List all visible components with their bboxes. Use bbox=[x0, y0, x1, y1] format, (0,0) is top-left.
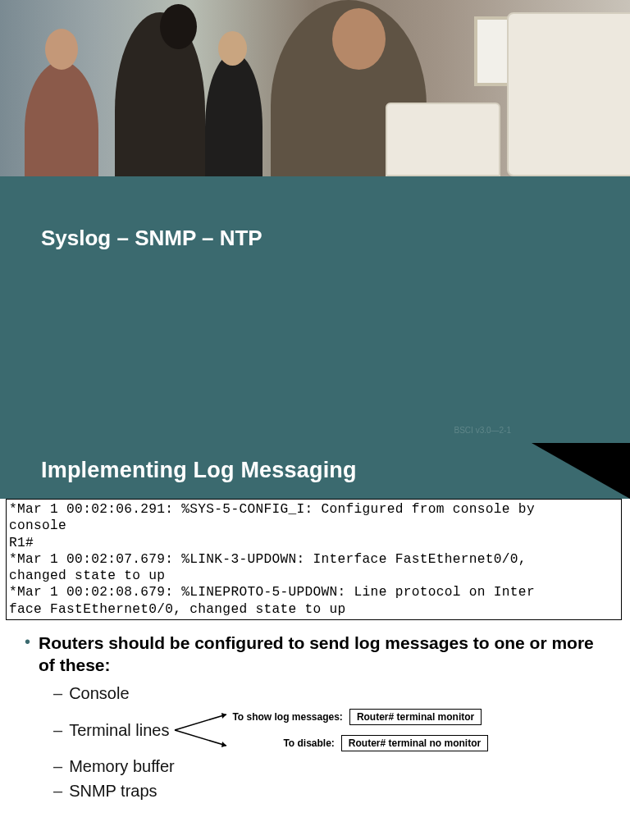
list-item-label: SNMP traps bbox=[69, 782, 157, 801]
slide-footer: BSCI v3.0—2-1 bbox=[454, 426, 511, 435]
command-label: To show log messages: bbox=[232, 711, 342, 723]
hero-person bbox=[205, 53, 262, 176]
main-bullet-text: Routers should be configured to send log… bbox=[39, 632, 605, 677]
list-item-terminal: – Terminal lines To show log messages: R… bbox=[53, 709, 605, 751]
corner-triangle bbox=[532, 443, 630, 499]
hero-person bbox=[25, 62, 98, 176]
title-band: Syslog – SNMP – NTP BSCI v3.0—2-1 bbox=[0, 176, 630, 443]
connector-arrows-icon bbox=[171, 710, 232, 751]
content-area: • Routers should be configured to send l… bbox=[0, 620, 630, 801]
list-item-label: Terminal lines bbox=[69, 721, 169, 740]
command-row-disable: To disable: Router# terminal no monitor bbox=[232, 735, 488, 751]
log-line: *Mar 1 00:02:07.679: %LINK-3-UPDOWN: Int… bbox=[9, 551, 619, 568]
bullet-icon: • bbox=[25, 632, 30, 651]
log-line: changed state to up bbox=[9, 568, 619, 584]
list-item-memory: – Memory buffer bbox=[53, 757, 605, 776]
dash-icon: – bbox=[53, 782, 62, 801]
list-item-snmp: – SNMP traps bbox=[53, 782, 605, 801]
svg-line-0 bbox=[175, 714, 226, 730]
svg-line-2 bbox=[175, 730, 226, 746]
section-title-band: Implementing Log Messaging bbox=[0, 443, 630, 499]
hero-image bbox=[0, 0, 630, 176]
dash-icon: – bbox=[53, 721, 62, 740]
command-box: Router# terminal no monitor bbox=[341, 735, 488, 751]
hero-head bbox=[45, 29, 78, 70]
log-line: console bbox=[9, 518, 619, 534]
log-line: *Mar 1 00:02:06.291: %SYS-5-CONFIG_I: Co… bbox=[9, 501, 619, 518]
log-line: face FastEthernet0/0, changed state to u… bbox=[9, 601, 619, 618]
command-row-show: To show log messages: Router# terminal m… bbox=[232, 709, 488, 725]
slide-title: Syslog – SNMP – NTP bbox=[41, 226, 262, 251]
svg-marker-3 bbox=[221, 742, 226, 747]
dash-icon: – bbox=[53, 757, 62, 776]
hero-monitor bbox=[386, 103, 500, 176]
list-item-label: Console bbox=[69, 684, 129, 703]
dash-icon: – bbox=[53, 684, 62, 703]
command-label: To disable: bbox=[283, 737, 334, 749]
svg-marker-1 bbox=[221, 713, 226, 719]
hero-head bbox=[332, 8, 386, 70]
section-title: Implementing Log Messaging bbox=[41, 458, 357, 483]
list-item-console: – Console bbox=[53, 684, 605, 703]
log-line: R1# bbox=[9, 535, 619, 551]
command-column: To show log messages: Router# terminal m… bbox=[232, 709, 488, 751]
log-output-box: *Mar 1 00:02:06.291: %SYS-5-CONFIG_I: Co… bbox=[6, 499, 622, 620]
command-box: Router# terminal monitor bbox=[349, 709, 482, 725]
main-bullet: • Routers should be configured to send l… bbox=[25, 632, 605, 677]
hero-monitor bbox=[507, 12, 630, 176]
hero-head bbox=[218, 31, 247, 66]
log-line: *Mar 1 00:02:08.679: %LINEPROTO-5-UPDOWN… bbox=[9, 584, 619, 600]
list-item-label: Memory buffer bbox=[69, 757, 175, 776]
hero-head bbox=[160, 4, 197, 49]
